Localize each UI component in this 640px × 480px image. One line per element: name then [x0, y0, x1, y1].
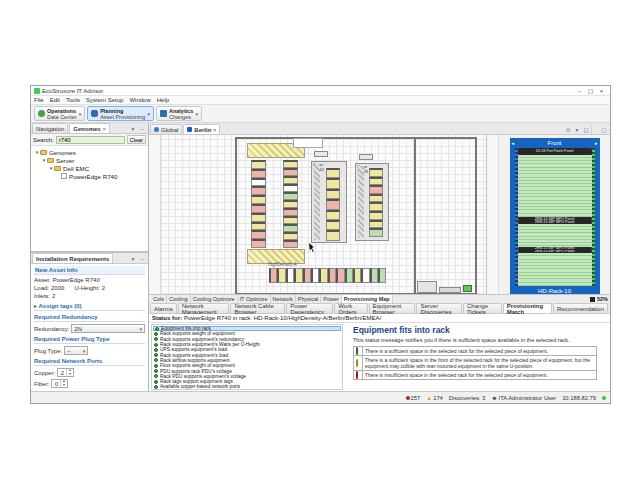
- map-rack-cell[interactable]: [369, 211, 383, 220]
- rack-device[interactable]: 2EW-13 48P MPO Panel: [518, 220, 592, 223]
- map-rack-cell[interactable]: [283, 200, 298, 208]
- minimize-icon-button[interactable]: −: [138, 125, 146, 133]
- map-rack-cell[interactable]: [251, 239, 266, 248]
- tree-node-genomes[interactable]: ▾Genomes: [32, 148, 147, 156]
- nav-tab-navigation[interactable]: Navigation: [32, 123, 68, 133]
- copper-stepper[interactable]: 2▲▼: [57, 368, 73, 377]
- view-tab-global[interactable]: Global: [150, 124, 182, 134]
- plug-type-select[interactable]: –▾: [64, 346, 88, 355]
- warning-count[interactable]: ▲ 174: [426, 395, 443, 401]
- map-rack-cell[interactable]: [303, 268, 311, 283]
- rack-device[interactable]: 1U 24 Port Patch Panel: [518, 148, 592, 155]
- map-rack-cell[interactable]: [251, 230, 266, 239]
- close-button[interactable]: ×: [596, 88, 607, 94]
- dock-tab-provisioning-match[interactable]: Provisioning Match: [503, 303, 552, 313]
- map-rack-cell[interactable]: [294, 268, 302, 283]
- dock-tab-recommendation[interactable]: Recommendation: [553, 303, 608, 313]
- perspective-operations[interactable]: OperationsData Center▾: [34, 106, 85, 121]
- map-rack-cell[interactable]: [311, 268, 319, 283]
- map-rack-cell[interactable]: [336, 268, 344, 283]
- map-rack-cell[interactable]: [283, 176, 298, 184]
- map-rack-cell[interactable]: [251, 160, 266, 169]
- dock-tab-power-dependency[interactable]: Power Dependency: [286, 303, 333, 313]
- map-rack-cell[interactable]: [326, 230, 340, 240]
- nav-tab-genomes[interactable]: Genomes×: [69, 123, 109, 133]
- clear-button[interactable]: Clear: [127, 135, 146, 144]
- error-count[interactable]: 257: [406, 395, 421, 401]
- map-rack-cell[interactable]: [283, 160, 298, 168]
- map-rack-cell[interactable]: [283, 208, 298, 216]
- collapse-icon-button[interactable]: ▾: [573, 126, 581, 134]
- map-rack-cell[interactable]: [286, 268, 294, 283]
- rack-next-icon[interactable]: ▸: [595, 140, 598, 146]
- map-rack-cell[interactable]: [369, 177, 383, 186]
- pin-icon-button[interactable]: ⊙: [564, 126, 572, 134]
- map-rack-cell[interactable]: [369, 220, 383, 229]
- map-rack-cell[interactable]: [283, 168, 298, 176]
- discoveries-status[interactable]: Discoveries: 3: [449, 395, 485, 401]
- tab-installation-requirements[interactable]: Installation Requirements: [32, 253, 113, 263]
- map-rack-cell[interactable]: [283, 232, 298, 240]
- maximize-button[interactable]: ▢: [585, 87, 596, 94]
- collapse-icon-button[interactable]: ▾: [129, 125, 137, 133]
- menu-help[interactable]: Help: [157, 97, 169, 103]
- dock-tab-alarms[interactable]: Alarms: [150, 303, 177, 313]
- layer-tab-cols[interactable]: Cols: [151, 295, 167, 303]
- perspective-analytics[interactable]: AnalyticsChanges▾: [156, 106, 202, 121]
- rack-prev-icon[interactable]: ◂: [512, 140, 515, 146]
- cage-2-racks[interactable]: [369, 168, 383, 237]
- dock-tab-server-discoveries[interactable]: Server Discoveries: [416, 303, 461, 313]
- rack-row-left-a[interactable]: [251, 160, 266, 248]
- rack-row-bottom[interactable]: [269, 268, 386, 283]
- map-rack-cell[interactable]: [251, 186, 266, 195]
- map-rack-cell[interactable]: [251, 204, 266, 213]
- map-rack-cell[interactable]: [251, 222, 266, 231]
- minimize-icon-button[interactable]: −: [138, 255, 146, 263]
- map-rack-cell[interactable]: [326, 168, 340, 178]
- cage-2[interactable]: Cage 13-28: [355, 163, 389, 241]
- map-rack-cell[interactable]: [326, 178, 340, 188]
- fiber-stepper[interactable]: 0▲▼: [51, 379, 67, 388]
- cage-1-racks[interactable]: [326, 168, 340, 241]
- redundancy-select[interactable]: 2N▾: [71, 324, 145, 333]
- dock-tab-equipment-browser[interactable]: Equipment Browser: [369, 303, 416, 313]
- restore-icon-button[interactable]: ◱: [582, 126, 590, 134]
- tree-node-poweredge-r740[interactable]: PowerEdge R740: [32, 172, 147, 180]
- rack-device[interactable]: 2EW-13 48P MPO Panel: [518, 250, 592, 253]
- map-rack-cell[interactable]: [369, 194, 383, 203]
- view-tab-berlin[interactable]: Berlin×: [183, 124, 220, 134]
- menu-system-setup[interactable]: System Setup: [86, 97, 123, 103]
- map-rack-cell[interactable]: [319, 268, 327, 283]
- map-rack-cell[interactable]: [326, 220, 340, 230]
- map-rack-cell[interactable]: [378, 268, 386, 283]
- check-item-available-copper-based-network-ports[interactable]: Available copper-based network ports: [153, 384, 341, 389]
- map-rack-cell[interactable]: [345, 268, 353, 283]
- map-rack-cell[interactable]: [326, 210, 340, 220]
- map-rack-cell[interactable]: [326, 199, 340, 209]
- map-rack-cell[interactable]: [251, 213, 266, 222]
- maximize-icon-button[interactable]: ▢: [600, 126, 608, 134]
- map-rack-cell[interactable]: [353, 268, 361, 283]
- dock-tab-work-orders[interactable]: Work Orders: [334, 303, 367, 313]
- menu-window[interactable]: Window: [129, 97, 150, 103]
- dock-tab-network-management[interactable]: Network Management: [178, 303, 230, 313]
- map-rack-cell[interactable]: [283, 224, 298, 232]
- tree-node-server[interactable]: ▾Server: [32, 156, 147, 164]
- map-rack-cell[interactable]: [369, 202, 383, 211]
- map-rack-cell[interactable]: [277, 268, 285, 283]
- rack-row-left-b[interactable]: [283, 160, 298, 248]
- map-rack-cell[interactable]: [283, 240, 298, 248]
- map-rack-cell[interactable]: [370, 268, 378, 283]
- map-rack-cell[interactable]: [283, 192, 298, 200]
- map-rack-cell[interactable]: [369, 185, 383, 194]
- menu-edit[interactable]: Edit: [50, 97, 60, 103]
- map-rack-cell[interactable]: [283, 184, 298, 192]
- map-rack-cell[interactable]: [269, 268, 277, 283]
- perspective-planning[interactable]: PlanningAsset Provisioning▾: [87, 106, 154, 121]
- map-rack-cell[interactable]: [251, 195, 266, 204]
- rack-elevation[interactable]: ◂ Front ▸ 1U 24 Port Patch Panel2EW-13 4…: [510, 138, 600, 296]
- close-icon[interactable]: ×: [103, 126, 106, 132]
- map-rack-cell[interactable]: [369, 168, 383, 177]
- map-rack-cell[interactable]: [251, 178, 266, 187]
- map-rack-cell[interactable]: [369, 228, 383, 237]
